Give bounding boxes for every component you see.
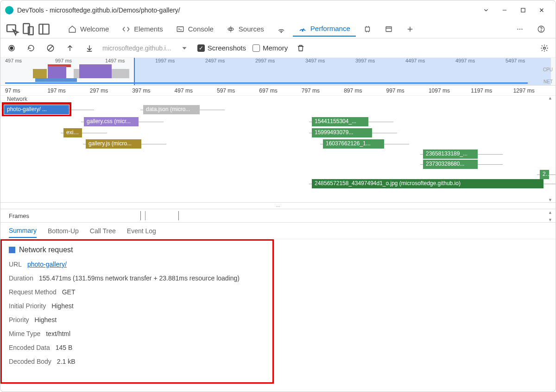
svg-point-26 [517,28,518,29]
tab-event-log[interactable]: Event Log [127,224,156,237]
network-bar[interactable]: exif... [63,128,82,137]
svg-rect-7 [39,24,49,34]
window-title: DevTools - microsoftedge.github.io/Demos… [17,6,477,14]
ruler: 97 ms197 ms297 ms397 ms497 ms597 ms697 m… [0,86,556,96]
tab-memory-icon[interactable] [358,22,377,36]
help-button[interactable] [531,22,551,36]
network-bar[interactable]: 23730328680... [423,160,478,169]
settings-button[interactable] [538,42,551,55]
network-color-swatch [9,247,15,253]
minimize-button[interactable] [495,3,514,17]
svg-point-16 [302,30,303,31]
svg-rect-9 [177,26,183,31]
svg-rect-22 [386,26,392,31]
tab-network-icon[interactable] [272,22,291,36]
initpri-key: Initial Priority [9,302,46,310]
perf-toolbar: microsoftedge.github.i... Screenshots Me… [0,38,556,58]
network-bar[interactable]: 24 [540,170,549,179]
titlebar: DevTools - microsoftedge.github.io/Demos… [0,0,556,20]
context-label[interactable]: microsoftedge.github.i... [102,44,171,52]
tab-app-icon[interactable] [379,22,398,36]
url-link[interactable]: photo-gallery/ [27,261,67,268]
svg-rect-17 [365,27,369,31]
scroll-indicator[interactable]: ▲▼ [548,96,555,202]
svg-point-30 [541,31,541,31]
context-dropdown-icon[interactable] [178,42,191,55]
overview-net [5,82,528,84]
cpu-label: CPU [543,67,553,72]
clear-button[interactable] [44,42,57,55]
network-bar[interactable]: 23658133189_... [423,149,478,159]
url-key: URL [9,261,22,268]
network-bar[interactable]: 15999493079... [312,128,372,137]
tab-elements[interactable]: Elements [116,22,169,36]
svg-point-32 [10,47,13,50]
svg-point-27 [519,28,520,29]
more-button[interactable] [510,22,530,36]
dec-val: 2.1 kB [57,358,76,365]
network-bar[interactable]: photo-gallery/ ... [4,105,69,114]
maximize-button[interactable] [514,3,532,17]
memory-checkbox[interactable]: Memory [253,44,288,52]
network-bar[interactable]: gallery.js (micro... [86,139,141,149]
network-bar[interactable]: 16037662126_1... [323,139,384,149]
tab-sources[interactable]: Sources [221,22,270,36]
mini-strip[interactable]: … [0,202,556,209]
reload-button[interactable] [25,42,38,55]
tab-performance[interactable]: Performance [293,22,356,37]
summary-title: Network request [9,246,547,254]
devtools-icon [5,6,13,14]
svg-marker-38 [182,47,186,49]
pri-key: Priority [9,316,29,324]
enc-key: Encoded Data [9,344,50,351]
initpri-val: Highest [51,302,73,310]
frames-row[interactable]: Frames ▲▼ [0,209,556,223]
duration-key: Duration [9,274,33,282]
method-val: GET [62,288,76,296]
svg-point-39 [543,47,546,49]
main-tabs: Welcome Elements Console Sources Perform… [0,20,556,38]
tab-welcome-label: Welcome [80,25,109,33]
overview-selection[interactable] [134,58,551,85]
network-bar[interactable]: 15441155304_... [312,117,368,126]
tab-bottom-up[interactable]: Bottom-Up [48,224,79,237]
screenshots-checkbox[interactable]: Screenshots [197,44,246,52]
tab-console-label: Console [188,25,214,33]
method-key: Request Method [9,288,57,296]
dock-button[interactable] [37,22,51,37]
inspect-button[interactable] [5,22,20,37]
frames-scroll[interactable]: ▲▼ [548,210,555,222]
upload-button[interactable] [63,42,76,55]
chevron-down-icon[interactable] [477,3,495,17]
svg-rect-1 [521,8,525,12]
svg-point-28 [521,28,522,29]
tab-console[interactable]: Console [171,22,219,36]
tab-call-tree[interactable]: Call Tree [90,224,116,237]
add-tab-button[interactable] [400,22,420,36]
tab-summary[interactable]: Summary [9,224,37,238]
detail-tabs: Summary Bottom-Up Call Tree Event Log [0,223,556,239]
tab-performance-label: Performance [310,25,350,32]
timeline-overview[interactable]: 497 ms997 ms1497 ms1997 ms2497 ms2997 ms… [0,58,556,86]
tab-elements-label: Elements [134,25,163,33]
network-bar[interactable]: gallery.css (micr... [84,117,139,126]
device-toggle-button[interactable] [21,22,36,37]
network-waterfall[interactable]: Network photo-gallery/ ...gallery.css (m… [0,96,556,202]
mime-val: text/html [46,330,70,337]
summary-panel: Network request URLphoto-gallery/ Durati… [0,239,556,378]
network-bar[interactable]: data.json (micro... [143,105,200,114]
download-button[interactable] [83,42,96,55]
delete-button[interactable] [294,42,307,55]
net-label: NET [543,79,553,84]
network-bar[interactable]: 24856572158_43497494d1_o.jpg (microsofte… [312,179,543,188]
close-button[interactable] [532,3,551,17]
svg-point-14 [281,32,282,33]
tab-sources-label: Sources [239,25,264,33]
network-section-label[interactable]: Network [7,96,27,102]
tab-welcome[interactable]: Welcome [63,22,114,36]
dec-key: Decoded Body [9,358,51,365]
svg-point-11 [230,28,232,30]
pri-val: Highest [35,316,57,324]
record-button[interactable] [5,42,18,55]
enc-val: 145 B [56,344,73,351]
